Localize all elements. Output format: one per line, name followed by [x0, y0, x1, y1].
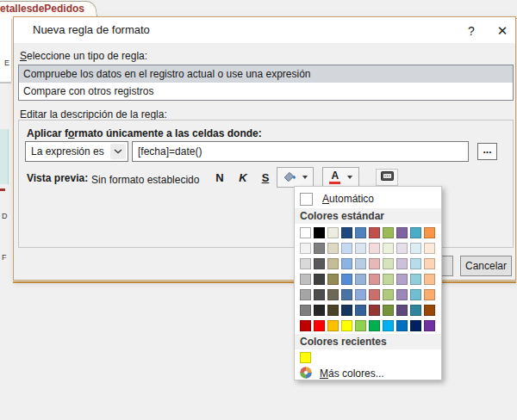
automatic-color-item[interactable]: Automático: [300, 190, 374, 207]
color-swatch[interactable]: [383, 274, 394, 285]
color-swatch[interactable]: [410, 274, 421, 285]
color-swatch[interactable]: [369, 227, 380, 238]
preview-label: Vista previa:: [27, 172, 88, 184]
rule-type-option[interactable]: Compruebe los datos en el registro actua…: [19, 65, 513, 83]
color-swatch[interactable]: [341, 274, 352, 285]
color-swatch[interactable]: [396, 258, 408, 269]
color-swatch[interactable]: [300, 258, 311, 269]
color-swatch[interactable]: [383, 305, 394, 316]
color-swatch[interactable]: [369, 320, 380, 331]
color-swatch[interactable]: [410, 320, 421, 331]
color-swatch[interactable]: [300, 352, 311, 363]
color-swatch[interactable]: [424, 289, 435, 300]
color-swatch[interactable]: [355, 227, 366, 238]
color-swatch[interactable]: [369, 243, 380, 254]
color-swatch[interactable]: [300, 274, 311, 285]
color-wheel-icon: [300, 367, 312, 381]
color-swatch[interactable]: [369, 258, 380, 269]
color-swatch[interactable]: [314, 274, 325, 285]
color-swatch[interactable]: [341, 305, 352, 316]
color-swatch[interactable]: [327, 274, 339, 285]
color-swatch[interactable]: [300, 289, 311, 300]
color-swatch[interactable]: [410, 227, 421, 238]
rule-type-label: Seleccione un tipo de regla:: [20, 50, 147, 62]
color-swatch[interactable]: [341, 258, 352, 269]
color-swatch[interactable]: [327, 289, 339, 300]
color-swatch[interactable]: [327, 258, 339, 269]
rule-type-listbox[interactable]: Compruebe los datos en el registro actua…: [18, 65, 514, 101]
italic-button[interactable]: K: [234, 169, 252, 188]
enabled-toggle-button[interactable]: [376, 169, 398, 186]
color-swatch[interactable]: [314, 258, 325, 269]
color-swatch[interactable]: [300, 227, 311, 238]
color-swatch[interactable]: [424, 258, 435, 269]
combo-chevron-icon[interactable]: [110, 144, 126, 159]
help-icon[interactable]: ?: [462, 23, 481, 39]
color-swatch[interactable]: [410, 243, 421, 254]
expression-input[interactable]: [fecha]=date(): [132, 141, 469, 162]
color-swatch[interactable]: [410, 289, 421, 300]
color-swatch[interactable]: [410, 258, 421, 269]
color-swatch[interactable]: [314, 320, 325, 331]
color-swatch[interactable]: [327, 227, 339, 238]
color-swatch[interactable]: [396, 289, 408, 300]
color-swatch[interactable]: [369, 305, 380, 316]
color-swatch[interactable]: [327, 243, 339, 254]
color-swatch[interactable]: [355, 305, 366, 316]
color-swatch[interactable]: [327, 320, 339, 331]
more-colors-item[interactable]: Más colores...: [300, 365, 384, 382]
color-swatch[interactable]: [424, 243, 435, 254]
color-swatch[interactable]: [314, 227, 325, 238]
expression-builder-button[interactable]: ...: [477, 143, 497, 160]
color-swatch[interactable]: [396, 274, 408, 285]
automatic-color-label: Automático: [322, 193, 374, 205]
color-swatch[interactable]: [355, 258, 366, 269]
color-swatch[interactable]: [383, 258, 394, 269]
color-swatch[interactable]: [314, 289, 325, 300]
swatch-row: [300, 274, 435, 285]
close-icon[interactable]: ✕: [493, 23, 512, 39]
color-swatch[interactable]: [396, 227, 408, 238]
color-swatch[interactable]: [314, 305, 325, 316]
color-swatch[interactable]: [383, 320, 394, 331]
dropdown-arrow-icon[interactable]: [302, 176, 308, 179]
font-color-button[interactable]: N A: [322, 167, 359, 188]
color-swatch[interactable]: [355, 274, 366, 285]
color-swatch[interactable]: [396, 243, 408, 254]
dropdown-arrow-icon[interactable]: [347, 176, 352, 179]
fill-color-button[interactable]: [277, 167, 314, 188]
cancel-button[interactable]: Cancelar: [460, 256, 512, 276]
color-swatch[interactable]: [327, 305, 339, 316]
bold-button[interactable]: N: [211, 169, 228, 188]
condition-type-combobox[interactable]: La expresión es: [25, 141, 128, 162]
recent-colors-header: Colores recientes: [295, 334, 441, 349]
dialog-title: Nueva regla de formato: [33, 17, 150, 43]
color-swatch[interactable]: [300, 243, 311, 254]
color-swatch[interactable]: [355, 320, 366, 331]
color-swatch[interactable]: [396, 305, 408, 316]
color-swatch[interactable]: [300, 305, 311, 316]
color-swatch[interactable]: [300, 320, 311, 331]
color-swatch[interactable]: [383, 289, 394, 300]
color-swatch[interactable]: [341, 243, 352, 254]
color-swatch[interactable]: [383, 243, 394, 254]
color-swatch[interactable]: [424, 320, 435, 331]
underline-button[interactable]: S: [257, 169, 274, 188]
color-swatch[interactable]: [369, 274, 380, 285]
color-swatch[interactable]: [341, 320, 352, 331]
color-swatch[interactable]: [369, 289, 380, 300]
color-swatch[interactable]: [355, 289, 366, 300]
color-swatch[interactable]: [355, 243, 366, 254]
color-swatch[interactable]: [424, 274, 435, 285]
color-swatch[interactable]: [410, 305, 421, 316]
color-swatch[interactable]: [314, 243, 325, 254]
color-swatch[interactable]: [383, 227, 394, 238]
color-swatch[interactable]: [424, 227, 435, 238]
color-swatch[interactable]: [396, 320, 408, 331]
color-swatch[interactable]: [424, 305, 435, 316]
rule-type-option[interactable]: Compare con otros registros: [19, 83, 513, 100]
color-swatch[interactable]: [341, 289, 352, 300]
color-swatch[interactable]: [341, 227, 352, 238]
form-tab-label[interactable]: etallesdePedidos: [0, 3, 95, 15]
automatic-color-swatch[interactable]: [300, 193, 313, 206]
